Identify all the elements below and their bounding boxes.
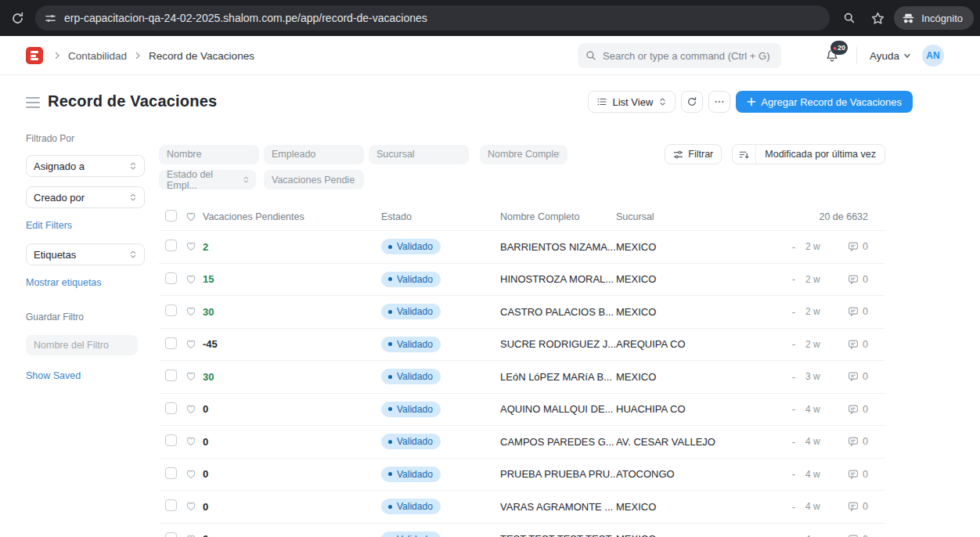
row-checkbox[interactable] bbox=[165, 305, 177, 316]
row-checkbox[interactable] bbox=[165, 240, 177, 251]
list-sidebar: Filtrado Por Asignado a Creado por Edit … bbox=[0, 124, 159, 537]
filter-button[interactable]: Filtrar bbox=[665, 144, 722, 164]
bookmark-star-icon[interactable] bbox=[866, 6, 889, 30]
liked-filter-icon[interactable] bbox=[186, 211, 203, 222]
filter-name-input[interactable] bbox=[26, 335, 138, 355]
sidebar-toggle-icon[interactable] bbox=[26, 96, 40, 108]
breadcrumb-link-contabilidad[interactable]: Contabilidad bbox=[68, 50, 127, 62]
sort-selector[interactable]: Modificada por última vez bbox=[732, 144, 885, 164]
list-view-icon bbox=[596, 96, 607, 107]
vacaciones-pendientes-value[interactable]: 2 bbox=[203, 241, 208, 253]
filter-input-empleado[interactable] bbox=[264, 145, 364, 164]
row-checkbox[interactable] bbox=[165, 337, 177, 349]
filter-input-vacaciones-pendientes[interactable] bbox=[264, 170, 364, 189]
status-badge: Validado bbox=[381, 434, 441, 449]
created-by-select[interactable]: Creado por bbox=[26, 186, 145, 208]
like-heart-icon[interactable] bbox=[186, 306, 203, 317]
sort-descending-icon bbox=[739, 150, 749, 160]
modified-age-cell: 4 w bbox=[805, 501, 837, 512]
comments-cell[interactable]: 0 bbox=[837, 371, 879, 382]
help-menu[interactable]: Ayuda bbox=[870, 50, 911, 62]
vacaciones-pendientes-value[interactable]: 0 bbox=[203, 436, 208, 448]
table-row[interactable]: 30 Validado CASTRO PALACIOS B... MEXICO … bbox=[159, 295, 885, 328]
status-badge: Validado bbox=[381, 239, 441, 254]
vacaciones-pendientes-value[interactable]: -45 bbox=[203, 338, 218, 350]
vacaciones-pendientes-value[interactable]: 30 bbox=[203, 371, 214, 383]
breadcrumb-current[interactable]: Record de Vacaciones bbox=[149, 50, 254, 62]
tags-select[interactable]: Etiquetas bbox=[26, 243, 145, 265]
add-record-button[interactable]: Agregar Record de Vacaciones bbox=[736, 91, 913, 113]
comments-cell[interactable]: 0 bbox=[837, 501, 879, 512]
assigned-to-select[interactable]: Asignado a bbox=[26, 155, 145, 177]
comments-cell[interactable]: 0 bbox=[837, 306, 879, 317]
vacaciones-pendientes-value[interactable]: 0 bbox=[203, 468, 208, 480]
show-saved-link[interactable]: Show Saved bbox=[26, 370, 81, 381]
like-heart-icon[interactable] bbox=[186, 404, 203, 415]
vacaciones-pendientes-value[interactable]: 0 bbox=[203, 533, 208, 537]
table-row[interactable]: 2 Validado BARRIENTOS NIZAMA... MEXICO -… bbox=[159, 230, 885, 263]
nombre-completo-cell: AQUINO MALLQUI DE... bbox=[500, 403, 616, 415]
comments-cell[interactable]: 0 bbox=[837, 339, 879, 350]
filter-input-nombre[interactable] bbox=[159, 145, 259, 164]
table-row[interactable]: 30 Validado LEóN LóPEZ MARíA B... MEXICO… bbox=[159, 360, 885, 393]
filter-input-sucursal[interactable] bbox=[369, 145, 469, 164]
like-heart-icon[interactable] bbox=[186, 436, 203, 447]
nombre-completo-cell: CAMPOS PAREDES G... bbox=[500, 436, 616, 448]
site-settings-icon[interactable] bbox=[45, 13, 56, 24]
refresh-button[interactable] bbox=[681, 91, 703, 113]
side-search-icon[interactable] bbox=[838, 6, 861, 30]
app-logo[interactable] bbox=[26, 47, 43, 64]
status-dot bbox=[388, 505, 392, 509]
vacaciones-pendientes-value[interactable]: 15 bbox=[203, 273, 214, 285]
column-header-sucursal: Sucursal bbox=[616, 211, 773, 222]
comments-cell[interactable]: 0 bbox=[837, 274, 879, 285]
incognito-badge[interactable]: Incógnito bbox=[894, 6, 974, 30]
vacaciones-pendientes-value[interactable]: 30 bbox=[203, 306, 214, 318]
sucursal-cell: MEXICO bbox=[616, 371, 773, 383]
reload-icon[interactable] bbox=[6, 7, 28, 29]
show-tags-link[interactable]: Mostrar etiquetas bbox=[26, 277, 102, 288]
like-heart-icon[interactable] bbox=[186, 371, 203, 382]
comments-cell[interactable]: 0 bbox=[837, 436, 879, 447]
notifications-button[interactable]: ●20 bbox=[822, 45, 842, 66]
filter-select-estado-empleado[interactable]: Estado del Empl... bbox=[159, 170, 256, 189]
comments-cell[interactable]: 0 bbox=[837, 469, 879, 480]
row-checkbox[interactable] bbox=[165, 467, 177, 479]
table-row[interactable]: 15 Validado HINOSTROZA MORAL... MEXICO -… bbox=[159, 263, 885, 296]
row-checkbox[interactable] bbox=[165, 402, 177, 414]
comments-cell[interactable]: 0 bbox=[837, 241, 879, 252]
like-heart-icon[interactable] bbox=[186, 501, 203, 512]
select-all-checkbox[interactable] bbox=[165, 210, 177, 222]
list-rows: 2 Validado BARRIENTOS NIZAMA... MEXICO -… bbox=[159, 230, 885, 537]
vacaciones-pendientes-value[interactable]: 0 bbox=[203, 501, 208, 513]
row-checkbox[interactable] bbox=[165, 369, 177, 381]
table-row[interactable]: 0 Validado PRUEBA PRUEBA PRU... ATOCONGO… bbox=[159, 458, 885, 491]
table-row[interactable]: 0 Validado TEST TEST TEST TEST... MEXICO… bbox=[159, 523, 885, 537]
table-row[interactable]: 0 Validado CAMPOS PAREDES G... AV. CESAR… bbox=[159, 425, 885, 458]
sucursal-cell: MEXICO bbox=[616, 533, 773, 537]
more-menu-button[interactable] bbox=[708, 91, 730, 113]
global-search[interactable]: Search or type a command (Ctrl + G) bbox=[578, 43, 781, 68]
like-heart-icon[interactable] bbox=[186, 469, 203, 480]
like-heart-icon[interactable] bbox=[186, 339, 203, 350]
table-row[interactable]: 0 Validado AQUINO MALLQUI DE... HUACHIPA… bbox=[159, 393, 885, 426]
table-row[interactable]: -45 Validado SUCRE RODRIGUEZ J... AREQUI… bbox=[159, 328, 885, 361]
assignment-cell: - bbox=[782, 436, 805, 448]
like-heart-icon[interactable] bbox=[186, 274, 203, 285]
filter-button-label: Filtrar bbox=[688, 149, 713, 160]
comments-cell[interactable]: 0 bbox=[837, 534, 879, 537]
row-checkbox[interactable] bbox=[165, 532, 177, 537]
address-bar[interactable]: erp-capacitacion-qa-24-02-2025.shalom.co… bbox=[35, 5, 830, 31]
row-checkbox[interactable] bbox=[165, 434, 177, 446]
row-checkbox[interactable] bbox=[165, 272, 177, 284]
row-checkbox[interactable] bbox=[165, 499, 177, 511]
like-heart-icon[interactable] bbox=[186, 534, 203, 537]
user-avatar[interactable]: AN bbox=[922, 45, 944, 67]
filter-input-nombre-completo[interactable] bbox=[480, 145, 567, 164]
edit-filters-link[interactable]: Edit Filters bbox=[26, 220, 72, 231]
like-heart-icon[interactable] bbox=[186, 241, 203, 252]
vacaciones-pendientes-value[interactable]: 0 bbox=[203, 403, 208, 415]
view-switcher-button[interactable]: List View bbox=[588, 91, 676, 113]
table-row[interactable]: 0 Validado VARAS AGRAMONTE ... MEXICO - … bbox=[159, 490, 885, 523]
comments-cell[interactable]: 0 bbox=[837, 404, 879, 415]
